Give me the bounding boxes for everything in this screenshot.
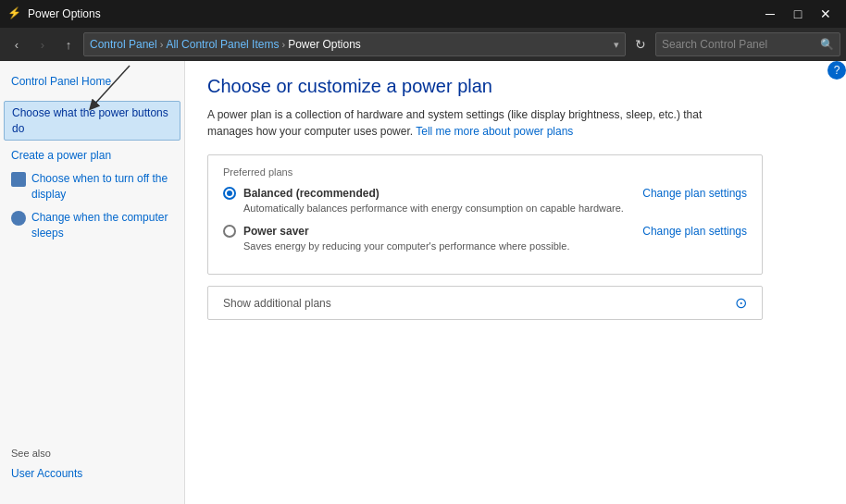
sidebar-power-buttons[interactable]: Choose what the power buttons do [4, 101, 180, 141]
plan-balanced-radio[interactable] [223, 187, 236, 200]
plan-power-saver-desc: Saves energy by reducing your computer's… [223, 240, 631, 252]
content-description: A power plan is a collection of hardware… [207, 106, 744, 140]
search-input[interactable] [662, 38, 820, 51]
learn-more-link[interactable]: Tell me more about power plans [416, 125, 573, 138]
preferred-plans-section: Preferred plans Balanced (recommended) A… [207, 154, 763, 275]
plan-power-saver-info: Power saver Saves energy by reducing you… [223, 225, 631, 252]
change-plan-power-saver-link[interactable]: Change plan settings [642, 225, 747, 238]
plan-power-saver-radio[interactable] [223, 225, 236, 238]
app-icon: ⚡ [7, 6, 22, 21]
plan-power-saver-name-row: Power saver [223, 225, 631, 238]
minimize-button[interactable]: ─ [757, 4, 783, 24]
content-title: Choose or customize a power plan [207, 76, 824, 97]
plan-balanced-name-row: Balanced (recommended) [223, 187, 631, 200]
address-dropdown-arrow[interactable]: ▾ [614, 39, 619, 51]
plan-power-saver-name: Power saver [243, 225, 309, 238]
plan-balanced-info: Balanced (recommended) Automatically bal… [223, 187, 631, 214]
back-button[interactable]: ‹ [6, 33, 28, 55]
title-bar: ⚡ Power Options ─ □ ✕ [0, 0, 846, 28]
maximize-button[interactable]: □ [785, 4, 811, 24]
expand-icon: ⊙ [735, 294, 747, 312]
plan-balanced-row: Balanced (recommended) Automatically bal… [223, 187, 747, 214]
window-controls: ─ □ ✕ [757, 4, 839, 24]
window-title: Power Options [28, 7, 757, 20]
preferred-plans-label: Preferred plans [223, 166, 747, 178]
sidebar-bottom: See also User Accounts [0, 438, 184, 495]
show-additional-text: Show additional plans [223, 297, 735, 310]
help-button[interactable]: ? [827, 61, 846, 80]
change-plan-balanced-link[interactable]: Change plan settings [642, 187, 747, 200]
sleep-icon [11, 211, 26, 226]
sidebar-turn-off-display[interactable]: Choose when to turn off the display [0, 167, 184, 206]
sidebar-user-accounts[interactable]: User Accounts [11, 462, 173, 486]
path-current: Power Options [288, 38, 361, 51]
path-control-panel[interactable]: Control Panel [90, 38, 157, 51]
up-button[interactable]: ↑ [57, 33, 80, 55]
path-all-items[interactable]: All Control Panel Items [166, 38, 279, 51]
main-area: Control Panel Home Choose what the power… [0, 61, 846, 504]
search-box: 🔍 [655, 32, 840, 56]
search-icon: 🔍 [820, 38, 834, 51]
sidebar-create-plan[interactable]: Create a power plan [0, 144, 184, 167]
plan-power-saver-row: Power saver Saves energy by reducing you… [223, 225, 747, 252]
monitor-icon [11, 172, 26, 187]
sidebar-sleep[interactable]: Change when the computer sleeps [0, 206, 184, 245]
forward-button[interactable]: › [31, 33, 54, 55]
show-additional-plans[interactable]: Show additional plans ⊙ [207, 286, 763, 320]
content-area: ? Choose or customize a power plan A pow… [185, 61, 846, 504]
address-path: Control Panel › All Control Panel Items … [83, 32, 626, 56]
close-button[interactable]: ✕ [813, 4, 839, 24]
plan-balanced-name: Balanced (recommended) [243, 187, 379, 200]
sidebar-control-panel-home[interactable]: Control Panel Home [0, 70, 184, 93]
sidebar: Control Panel Home Choose what the power… [0, 61, 185, 504]
see-also-label: See also [11, 448, 173, 459]
refresh-button[interactable]: ↻ [629, 33, 652, 55]
address-bar: ‹ › ↑ Control Panel › All Control Panel … [0, 28, 846, 61]
plan-balanced-desc: Automatically balances performance with … [223, 203, 631, 214]
